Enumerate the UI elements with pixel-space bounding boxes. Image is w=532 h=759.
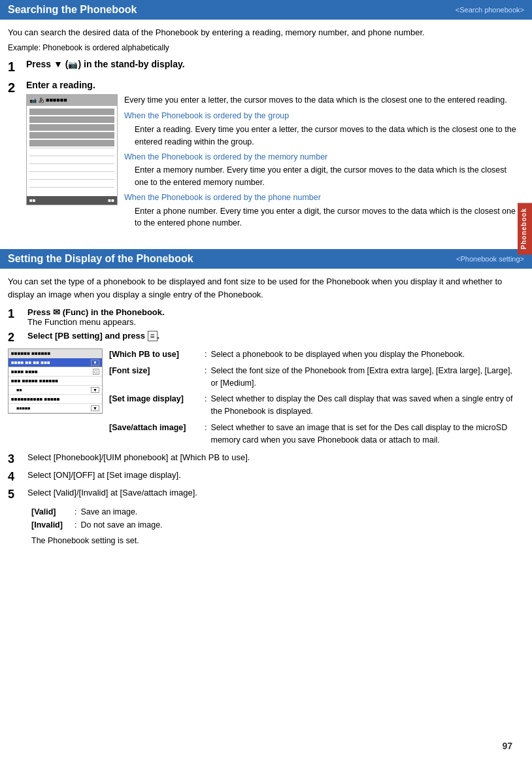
phonebook-tab: Phonebook [518, 203, 532, 254]
ti-row-1-dropdown: ▼ [91, 360, 99, 365]
table-label-1: [Font size] [109, 365, 201, 377]
table-desc-1: Select the font size of the Phonebook fr… [210, 365, 519, 390]
s2-step3: 3 Select [Phonebook]/[UIM phonebook] at … [8, 452, 519, 466]
pb-row-7 [29, 156, 114, 162]
table-label-3: [Save/attach image] [109, 422, 201, 434]
section2-tag: <Phonebook setting> [456, 255, 524, 263]
step2-inner: 📷 あ ■■■■■■ [26, 94, 519, 233]
ti-row-2: ■■■■ ■■■■ □ [8, 367, 102, 377]
valid-desc: Save an image. [80, 505, 137, 518]
valid-section: [Valid] : Save an image. [Invalid] : Do … [8, 505, 519, 547]
invalid-desc: Do not save an image. [80, 518, 162, 531]
section2-header: Setting the Display of the Phonebook <Ph… [0, 249, 532, 269]
ti-row-6-dropdown: ▼ [91, 405, 99, 411]
s2-step1-num: 1 [8, 307, 25, 321]
section1-tag: <Search phonebook> [456, 6, 524, 14]
sub1-heading: When the Phonebook is ordered by the gro… [124, 110, 519, 122]
pb-row-3 [29, 124, 114, 131]
pb-mockup-footer: ■■■■ [27, 196, 117, 205]
s2-step2-text: Select [PB setting] and press ≡. [27, 331, 159, 341]
s2-step1-sub: The Function menu appears. [27, 317, 136, 327]
table-desc-0: Select a phonebook to be displayed when … [210, 348, 519, 361]
page-number: 97 [502, 741, 512, 751]
s2-step5-text: Select [Valid]/[Invalid] at [Save/attach… [27, 488, 197, 498]
ti-row-0: ■■■■■■ ■■■■■■ [8, 349, 102, 358]
section2-title: Setting the Display of the Phonebook [8, 253, 193, 265]
s2-step3-text: Select [Phonebook]/[UIM phonebook] at [W… [27, 452, 250, 462]
table-mockup: ■■■■■■ ■■■■■■ ■■■■ ■■ ■■ ■■■ ▼ ■■■■ ■■■■… [8, 348, 103, 414]
s2-step4: 4 Select [ON]/[OFF] at [Set image displa… [8, 470, 519, 484]
ti-row-4-dropdown: ▼ [91, 387, 99, 393]
table-item-2: [Set image display] : Select whether to … [109, 393, 519, 418]
s2-step5-num: 5 [8, 488, 25, 501]
section1-intro: You can search the desired data of the P… [8, 26, 519, 39]
s2-step2-content: Select [PB setting] and press ≡. [27, 331, 159, 341]
ti-row-5: ■■■■■■■■■■ ■■■■■ [8, 395, 102, 404]
table-label-0: [Which PB to use] [109, 348, 201, 361]
step1-text: Press ▼ (📷) in the stand-by display. [26, 59, 185, 69]
pb-row-8 [29, 163, 114, 170]
pb-mockup-rows [27, 106, 117, 196]
invalid-row: [Invalid] : Do not save an image. [31, 518, 519, 531]
phonebook-mockup: 📷 あ ■■■■■■ [26, 94, 118, 205]
section1-title: Searching the Phonebook [8, 4, 137, 16]
valid-label: [Valid] [31, 505, 71, 518]
step2-title: Enter a reading. [26, 80, 519, 90]
s2-step4-text: Select [ON]/[OFF] at [Set image display]… [27, 470, 181, 480]
sub2-text: Enter a memory number. Every time you en… [124, 164, 519, 189]
sub2-heading: When the Phonebook is ordered by the mem… [124, 151, 519, 163]
step2-content: Enter a reading. 📷 あ ■■■■■■ [26, 80, 519, 233]
section1-header: Searching the Phonebook <Search phoneboo… [0, 0, 532, 20]
pb-row-9 [29, 171, 114, 178]
invalid-colon: : [75, 518, 76, 531]
ti-row-2-dropdown: □ [93, 369, 99, 375]
table-label-2: [Set image display] [109, 393, 201, 405]
s2-table-container: ■■■■■■ ■■■■■■ ■■■■ ■■ ■■ ■■■ ▼ ■■■■ ■■■■… [8, 348, 519, 450]
pb-row-5 [29, 140, 114, 146]
s2-step3-content: Select [Phonebook]/[UIM phonebook] at [W… [27, 452, 250, 462]
s2-step2-num: 2 [8, 331, 25, 345]
s2-step5: 5 Select [Valid]/[Invalid] at [Save/atta… [8, 488, 519, 501]
s2-step1: 1 Press ✉ (Func) in the Phonebook. The F… [8, 307, 519, 327]
step1-num: 1 [8, 59, 26, 75]
table-item-0: [Which PB to use] : Select a phonebook t… [109, 348, 519, 361]
s2-step1-text: Press ✉ (Func) in the Phonebook. [27, 307, 165, 317]
pb-mockup-header: 📷 あ ■■■■■■ [27, 95, 117, 106]
pb-row-2 [29, 116, 114, 123]
pb-row-6 [29, 148, 114, 154]
sub1-text: Enter a reading. Every time you enter a … [124, 124, 519, 148]
ti-row-4: ■■ ▼ [8, 386, 102, 395]
table-desc-2: Select whether to display the Des call d… [210, 393, 519, 418]
s2-step1-content: Press ✉ (Func) in the Phonebook. The Fun… [27, 307, 165, 327]
section2-content: You can set the type of a phonebook to b… [0, 269, 532, 554]
step2-num: 2 [8, 80, 26, 95]
s2-step2: 2 Select [PB setting] and press ≡. [8, 331, 519, 345]
table-item-1: [Font size] : Select the font size of th… [109, 365, 519, 390]
pb-row-10 [29, 179, 114, 186]
pb-row-4 [29, 132, 114, 139]
pb-row-1 [29, 109, 114, 115]
footer-text: The Phonebook setting is set. [31, 534, 519, 547]
pb-row-11 [29, 187, 114, 194]
section2-intro: You can set the type of a phonebook to b… [8, 275, 519, 301]
valid-row: [Valid] : Save an image. [31, 505, 519, 518]
s2-step3-num: 3 [8, 452, 25, 466]
s2-step4-content: Select [ON]/[OFF] at [Set image display]… [27, 470, 181, 480]
ti-row-3: ■■■ ■■■■■ ■■■■■■ [8, 377, 102, 386]
table-item-3: [Save/attach image] : Select whether to … [109, 422, 519, 447]
valid-colon: : [75, 505, 76, 518]
step1-content: Press ▼ (📷) in the stand-by display. [26, 59, 519, 69]
step2-desc: Every time you enter a letter, the curso… [124, 94, 519, 107]
ti-row-6: ■■■■■ ▼ [8, 404, 102, 413]
s2-step4-num: 4 [8, 470, 25, 484]
table-desc-3: Select whether to save an image that is … [210, 422, 519, 447]
section1-content: You can search the desired data of the P… [0, 20, 532, 244]
step2-right-text: Every time you enter a letter, the curso… [124, 94, 519, 233]
section1-step1: 1 Press ▼ (📷) in the stand-by display. [8, 59, 519, 75]
sub3-heading: When the Phonebook is ordered by the pho… [124, 192, 519, 204]
ti-row-1: ■■■■ ■■ ■■ ■■■ ▼ [8, 358, 102, 367]
sub3-text: Enter a phone number. Every time you ent… [124, 205, 519, 230]
section1-example: Example: Phonebook is ordered alphabetic… [8, 43, 519, 52]
s2-step5-content: Select [Valid]/[Invalid] at [Save/attach… [27, 488, 197, 498]
section1-step2: 2 Enter a reading. 📷 あ ■■■■■■ [8, 80, 519, 233]
